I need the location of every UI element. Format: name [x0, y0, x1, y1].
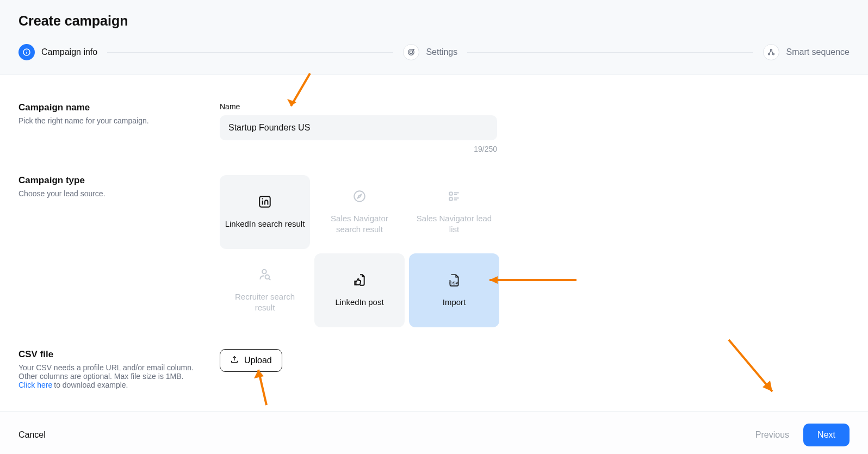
- type-import[interactable]: CSV Import: [409, 253, 499, 327]
- upload-button[interactable]: Upload: [220, 349, 282, 372]
- target-icon: [403, 44, 419, 60]
- campaign-name-input[interactable]: [220, 115, 497, 140]
- card-label: Import: [443, 297, 466, 308]
- card-label: LinkedIn search result: [225, 219, 305, 229]
- svg-point-14: [354, 191, 365, 202]
- download-example-link[interactable]: Click here: [18, 381, 52, 389]
- step-label: Campaign info: [41, 47, 97, 57]
- svg-point-2: [26, 51, 27, 51]
- csv-title: CSV file: [18, 349, 209, 360]
- name-field-label: Name: [220, 102, 524, 111]
- svg-point-4: [410, 51, 413, 53]
- card-label: Recruiter search result: [224, 291, 306, 314]
- svg-point-6: [771, 49, 772, 51]
- previous-button[interactable]: Previous: [755, 430, 789, 440]
- svg-point-23: [265, 275, 270, 279]
- char-counter: 19/250: [220, 145, 497, 153]
- svg-rect-19: [449, 197, 452, 200]
- campaign-type-subtitle: Choose your lead source.: [18, 189, 209, 198]
- type-sales-nav-list[interactable]: Sales Navigator lead list: [409, 175, 499, 249]
- csv-subtitle: Your CSV needs a profile URL and/or emai…: [18, 363, 209, 389]
- csv-file-icon: CSV: [447, 273, 461, 289]
- svg-point-7: [768, 53, 770, 55]
- info-icon: [18, 44, 35, 60]
- thumbs-up-file-icon: [352, 273, 367, 289]
- step-smart-sequence[interactable]: Smart sequence: [763, 44, 850, 60]
- footer: Cancel Previous Next: [0, 411, 868, 454]
- step-label: Settings: [426, 47, 457, 57]
- list-icon: [447, 189, 461, 206]
- stepper: Campaign info Settings: [18, 44, 850, 74]
- csv-sub-text: Your CSV needs a profile URL and/or emai…: [18, 363, 194, 381]
- compass-icon: [352, 189, 367, 206]
- upload-icon: [230, 355, 239, 366]
- svg-point-8: [773, 53, 774, 55]
- step-divider: [467, 52, 753, 53]
- campaign-type-grid: LinkedIn search result Sales Navigator s…: [220, 175, 524, 327]
- recruiter-icon: [258, 268, 272, 284]
- campaign-name-title: Campaign name: [18, 102, 209, 113]
- type-linkedin-search[interactable]: LinkedIn search result: [220, 175, 310, 249]
- type-linkedin-post[interactable]: LinkedIn post: [314, 253, 405, 327]
- linkedin-icon: [258, 195, 272, 211]
- sequence-icon: [763, 44, 779, 60]
- step-label: Smart sequence: [786, 47, 850, 57]
- upload-label: Upload: [244, 356, 272, 365]
- svg-rect-16: [449, 192, 452, 195]
- next-button[interactable]: Next: [803, 424, 850, 446]
- card-label: Sales Navigator lead list: [413, 213, 495, 235]
- svg-line-24: [269, 278, 271, 280]
- csv-link-after: to download example.: [54, 381, 128, 389]
- campaign-name-subtitle: Pick the right name for your campaign.: [18, 116, 209, 125]
- svg-line-9: [770, 51, 771, 53]
- step-divider: [107, 52, 393, 53]
- page-title: Create campaign: [18, 13, 850, 29]
- cancel-button[interactable]: Cancel: [18, 430, 46, 440]
- campaign-type-title: Campaign type: [18, 175, 209, 186]
- step-campaign-info[interactable]: Campaign info: [18, 44, 97, 60]
- type-sales-nav-search[interactable]: Sales Navigator search result: [314, 175, 405, 249]
- svg-text:CSV: CSV: [449, 280, 458, 285]
- card-label: LinkedIn post: [335, 297, 383, 308]
- svg-marker-15: [358, 195, 362, 198]
- svg-point-22: [262, 270, 266, 274]
- card-label: Sales Navigator search result: [319, 213, 400, 235]
- step-settings[interactable]: Settings: [403, 44, 457, 60]
- type-recruiter-search[interactable]: Recruiter search result: [220, 253, 310, 327]
- svg-point-13: [262, 198, 263, 199]
- svg-line-10: [772, 51, 773, 53]
